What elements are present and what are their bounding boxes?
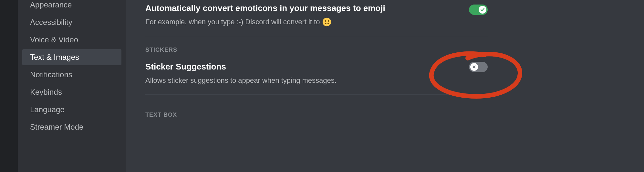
sidebar-item-label: Streamer Mode [30,123,83,131]
settings-main: Automatically convert emoticons in your … [126,0,644,172]
setting-emoticon-autoconvert: Automatically convert emoticons in your … [145,0,488,36]
setting-title: Automatically convert emoticons in your … [145,3,488,13]
sidebar-item-voice-video[interactable]: Voice & Video [22,32,121,48]
sidebar-item-appearance[interactable]: Appearance [22,0,121,13]
sidebar-item-keybinds[interactable]: Keybinds [22,84,121,100]
toggle-emoticon-autoconvert[interactable] [469,5,488,15]
section-header-stickers: STICKERS [145,47,488,53]
app-root: Appearance Accessibility Voice & Video T… [0,0,644,172]
section-header-textbox: TEXT BOX [145,112,488,118]
svg-point-1 [325,20,326,22]
settings-sidebar: Appearance Accessibility Voice & Video T… [18,0,126,172]
toggle-sticker-suggestions[interactable] [469,62,488,72]
sidebar-item-label: Keybinds [30,88,62,96]
sidebar-item-label: Appearance [30,0,72,9]
svg-point-0 [323,18,331,26]
sidebar-item-text-images[interactable]: Text & Images [22,49,121,65]
setting-description-text: For example, when you type :-) Discord w… [145,17,320,27]
sidebar-item-streamer-mode[interactable]: Streamer Mode [22,119,121,135]
setting-title: Sticker Suggestions [145,62,488,72]
x-icon [472,65,476,69]
slightly-smiling-face-emoji [322,17,331,27]
setting-sticker-suggestions: Sticker Suggestions Allows sticker sugge… [145,53,488,94]
sidebar-gutter [0,0,18,172]
divider [145,94,488,95]
sidebar-item-label: Text & Images [30,53,79,61]
setting-description: Allows sticker suggestions to appear whe… [145,76,488,85]
divider [145,36,488,36]
check-icon [480,7,485,12]
toggle-knob [470,63,478,71]
sidebar-item-label: Accessibility [30,18,72,27]
sidebar-item-accessibility[interactable]: Accessibility [22,14,121,30]
setting-description-text: Allows sticker suggestions to appear whe… [145,76,337,85]
svg-point-2 [328,20,329,22]
setting-description: For example, when you type :-) Discord w… [145,17,488,27]
sidebar-item-label: Language [30,105,65,114]
toggle-knob [479,6,486,14]
sidebar-item-label: Notifications [30,70,72,79]
sidebar-item-label: Voice & Video [30,35,78,44]
sidebar-item-notifications[interactable]: Notifications [22,67,121,83]
sidebar-item-language[interactable]: Language [22,102,121,118]
content-column: Automatically convert emoticons in your … [145,0,488,118]
